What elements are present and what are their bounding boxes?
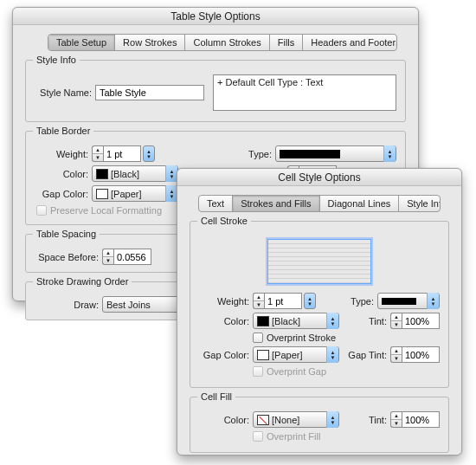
stepper-up-icon[interactable]: ▲ [391, 412, 402, 420]
color-dropdown[interactable]: [Black] ▲▼ [92, 165, 178, 182]
tab-row-strokes[interactable]: Row Strokes [115, 35, 185, 50]
overprint-stroke-checkbox[interactable]: Overprint Stroke [253, 333, 336, 343]
cell-fill-legend: Cell Fill [197, 391, 235, 402]
color-swatch-icon [257, 316, 269, 326]
style-info-group: Style Info Style Name: + Default Cell Ty… [25, 60, 406, 122]
type-label: Type: [241, 149, 275, 159]
cell-stroke-preview[interactable] [267, 239, 371, 284]
cs-weight-label: Weight: [199, 296, 253, 307]
dropdown-caret-icon: ▲▼ [383, 145, 396, 162]
stepper-up-icon[interactable]: ▲ [391, 347, 402, 355]
default-cell-listbox[interactable]: + Default Cell Type : Text [213, 74, 396, 111]
weight-stepper[interactable]: ▲▼ [92, 145, 141, 162]
cs-gapcolor-value: [Paper] [272, 350, 302, 360]
overprint-fill-checkbox: Overprint Fill [253, 431, 320, 442]
style-name-label: Style Name: [35, 87, 95, 98]
tab-style-info[interactable]: Style Info [399, 196, 441, 211]
cs-tint-stepper[interactable]: ▲▼ [390, 313, 440, 329]
cf-color-value: [None] [272, 415, 299, 425]
overprint-gap-checkbox: Overprint Gap [253, 366, 326, 377]
overprint-stroke-label: Overprint Stroke [267, 333, 336, 343]
gap-color-value: [Paper] [111, 189, 141, 199]
dropdown-caret-icon: ▲▼ [165, 165, 177, 182]
cell-stroke-legend: Cell Stroke [197, 216, 251, 226]
tab-column-strokes[interactable]: Column Strokes [185, 35, 269, 50]
gap-color-dropdown[interactable]: [Paper] ▲▼ [92, 185, 178, 202]
weight-menu-icon[interactable]: ▲▼ [304, 293, 316, 309]
cf-tint-stepper[interactable]: ▲▼ [390, 411, 440, 428]
cs-weight-stepper[interactable]: ▲▼ [253, 293, 302, 309]
cs-gaptint-label: Gap Tint: [345, 350, 390, 360]
cs-type-label: Type: [346, 296, 377, 307]
gap-color-label: Gap Color: [35, 189, 92, 199]
cf-color-dropdown[interactable]: [None] ▲▼ [253, 411, 339, 428]
draw-dropdown[interactable]: Best Joins [102, 296, 185, 313]
color-value: [Black] [111, 169, 139, 179]
cf-tint-input[interactable] [402, 411, 440, 428]
weight-label: Weight: [35, 149, 92, 159]
space-before-label: Space Before: [35, 252, 102, 262]
preserve-label: Preserve Local Formatting [50, 205, 162, 216]
window-title: Table Style Options [13, 8, 418, 25]
draw-value: Best Joins [106, 300, 151, 310]
tab-headers-footers[interactable]: Headers and Footers [303, 35, 397, 50]
cs-color-value: [Black] [272, 316, 300, 326]
tab-strokes-and-fills[interactable]: Strokes and Fills [233, 196, 319, 211]
cs-color-label: Color: [199, 316, 253, 326]
dropdown-caret-icon: ▲▼ [326, 411, 338, 428]
cs-type-dropdown[interactable]: ▲▼ [377, 293, 440, 309]
draw-label: Draw: [35, 300, 102, 310]
stepper-down-icon[interactable]: ▼ [93, 154, 103, 161]
dropdown-caret-icon: ▲▼ [326, 346, 338, 363]
cs-gapcolor-label: Gap Color: [199, 350, 253, 360]
tab-text[interactable]: Text [199, 196, 233, 211]
cf-tint-label: Tint: [359, 415, 390, 425]
cs-tint-input[interactable] [402, 313, 440, 329]
dropdown-caret-icon: ▲▼ [427, 293, 439, 309]
tab-fills[interactable]: Fills [270, 35, 304, 50]
weight-input[interactable] [103, 145, 141, 162]
overprint-fill-label: Overprint Fill [267, 431, 320, 442]
stepper-down-icon[interactable]: ▼ [391, 420, 402, 427]
tab-diagonal-lines[interactable]: Diagonal Lines [320, 196, 400, 211]
type-dropdown[interactable]: ▲▼ [275, 145, 396, 162]
dialog-footer: Cancel OK [177, 458, 461, 465]
stepper-down-icon[interactable]: ▼ [391, 355, 402, 362]
table-border-legend: Table Border [33, 126, 93, 136]
stepper-up-icon[interactable]: ▲ [254, 294, 264, 301]
stepper-up-icon[interactable]: ▲ [391, 313, 402, 321]
dropdown-caret-icon: ▲▼ [165, 185, 177, 202]
stepper-down-icon[interactable]: ▼ [254, 301, 264, 308]
color-swatch-icon [96, 169, 108, 179]
cell-tabbar: Text Strokes and Fills Diagonal Lines St… [198, 195, 441, 212]
cf-color-label: Color: [199, 415, 253, 425]
gap-color-swatch-icon [96, 189, 108, 199]
dropdown-caret-icon: ▲▼ [326, 313, 338, 329]
tab-table-setup[interactable]: Table Setup [48, 35, 115, 50]
stepper-up-icon[interactable]: ▲ [103, 249, 113, 257]
window-title: Cell Style Options [177, 169, 461, 186]
cs-gaptint-stepper[interactable]: ▲▼ [390, 346, 440, 363]
space-before-input[interactable] [113, 249, 151, 265]
cs-weight-input[interactable] [264, 293, 302, 309]
draw-order-legend: Stroke Drawing Order [33, 276, 132, 287]
table-tabbar: Table Setup Row Strokes Column Strokes F… [48, 34, 397, 51]
overprint-gap-label: Overprint Gap [267, 366, 326, 377]
spacing-legend: Table Spacing [33, 229, 100, 239]
stepper-down-icon[interactable]: ▼ [103, 257, 113, 264]
preserve-formatting-checkbox: Preserve Local Formatting [36, 205, 162, 216]
stepper-up-icon[interactable]: ▲ [93, 146, 103, 154]
none-swatch-icon [257, 415, 269, 425]
stroke-type-swatch [280, 150, 340, 158]
style-info-legend: Style Info [33, 55, 80, 65]
cs-tint-label: Tint: [359, 316, 390, 326]
cell-fill-group: Cell Fill Color: [None] ▲▼ Tint: ▲▼ Over… [190, 397, 449, 453]
gap-color-swatch-icon [257, 350, 269, 360]
cs-color-dropdown[interactable]: [Black] ▲▼ [253, 313, 339, 329]
style-name-input[interactable] [95, 85, 204, 100]
cs-gaptint-input[interactable] [402, 346, 440, 363]
weight-menu-icon[interactable]: ▲▼ [143, 145, 155, 162]
space-before-stepper[interactable]: ▲▼ [102, 249, 151, 265]
stepper-down-icon[interactable]: ▼ [391, 321, 402, 328]
cs-gapcolor-dropdown[interactable]: [Paper] ▲▼ [253, 346, 339, 363]
